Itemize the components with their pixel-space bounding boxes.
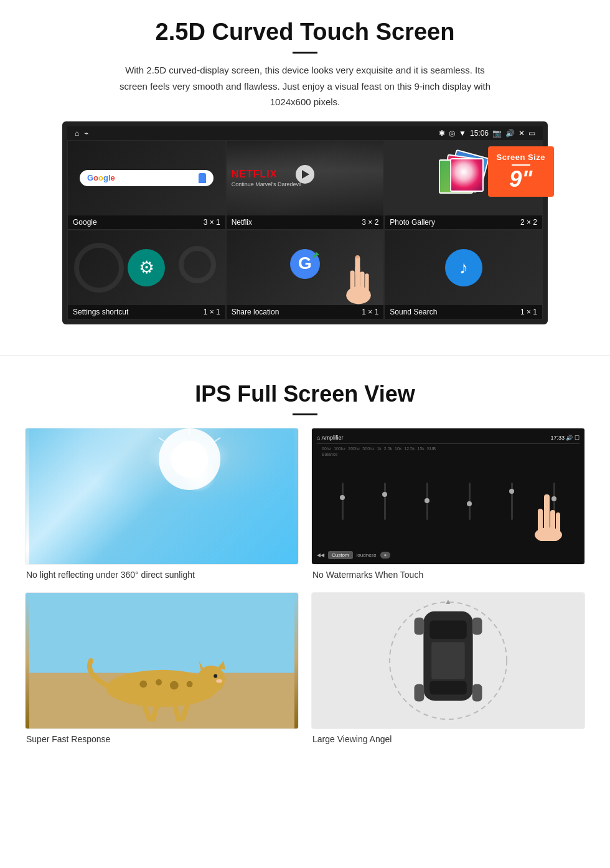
sun-flare bbox=[179, 455, 217, 493]
svg-text:▲: ▲ bbox=[444, 597, 452, 605]
hand-svg bbox=[337, 246, 380, 305]
slider-3 bbox=[408, 483, 446, 520]
slider-track-5 bbox=[511, 483, 513, 520]
google-search-bar: Google bbox=[80, 170, 214, 186]
freq-labels: 60hz100hz200hz500hz1k2.5k10k12.5k15kSUB bbox=[317, 446, 580, 451]
slider-track-4 bbox=[469, 483, 471, 520]
hand-graphic bbox=[334, 243, 383, 305]
slider-4 bbox=[450, 483, 489, 520]
device-mockup: Screen Size 9" ⌂ ⌁ ✱ ◎ ▼ 15:06 📷 🔊 ✕ bbox=[62, 121, 548, 324]
app-cell-sound[interactable]: ♪ Sound Search 1 × 1 bbox=[384, 230, 543, 319]
settings-app-inner: ⚙ bbox=[68, 230, 225, 305]
svg-point-33 bbox=[216, 679, 222, 682]
device-screen: ⌂ ⌁ ✱ ◎ ▼ 15:06 📷 🔊 ✕ ▭ bbox=[62, 121, 548, 324]
gallery-app-name: Photo Gallery bbox=[390, 218, 435, 227]
svg-rect-18 bbox=[538, 509, 543, 532]
section1-touch-screen: 2.5D Curved Touch Screen With 2.5D curve… bbox=[0, 0, 610, 337]
amplifier-label: No Watermarks When Touch bbox=[311, 570, 585, 580]
svg-point-34 bbox=[214, 674, 217, 677]
play-triangle-icon bbox=[302, 170, 309, 179]
status-time: 15:06 bbox=[470, 129, 489, 138]
slider-2 bbox=[365, 483, 404, 520]
google-label-row: Google 3 × 1 bbox=[68, 215, 225, 229]
slider-5 bbox=[492, 483, 531, 520]
slider-track-1 bbox=[342, 483, 344, 520]
slider-thumb-3 bbox=[425, 498, 429, 503]
section1-title: 2.5D Curved Touch Screen bbox=[37, 19, 573, 45]
google-app-name: Google bbox=[73, 218, 97, 227]
maps-label-row: Share location 1 × 1 bbox=[227, 305, 384, 319]
netflix-app-inner: NETFLIX Continue Marvel's Daredevil bbox=[227, 141, 384, 215]
netflix-play-button[interactable] bbox=[296, 165, 314, 184]
section2-ips: IPS Full Screen View bbox=[0, 375, 610, 757]
sunlight-image bbox=[25, 428, 299, 565]
amplifier-image: ⌂ Amplifier 17:33 🔊 ☐ 60hz100hz200hz500h… bbox=[311, 428, 585, 565]
maps-svg-icon: G bbox=[289, 248, 321, 280]
cheetah-svg bbox=[26, 593, 298, 729]
amp-time: 17:33 🔊 ☐ bbox=[550, 435, 580, 441]
netflix-app-size: 3 × 2 bbox=[362, 218, 378, 227]
bg-circle-1 bbox=[74, 243, 124, 293]
amp-hand bbox=[532, 491, 566, 545]
svg-point-28 bbox=[187, 681, 193, 687]
app-cell-google[interactable]: Google Google 3 × 1 bbox=[67, 140, 226, 230]
window-icon: ▭ bbox=[528, 129, 535, 138]
svg-rect-8 bbox=[355, 255, 360, 275]
slider-1 bbox=[323, 483, 362, 520]
amp-toggle[interactable]: ● bbox=[380, 552, 391, 559]
volume-icon: 🔊 bbox=[505, 129, 515, 138]
amp-hand-svg bbox=[532, 491, 566, 541]
svg-rect-6 bbox=[360, 271, 365, 291]
settings-app-size: 1 × 1 bbox=[204, 308, 220, 316]
cheetah-bg bbox=[26, 593, 298, 729]
app-grid-row2: ⚙ Settings shortcut 1 × 1 bbox=[67, 230, 543, 319]
sound-app-name: Sound Search bbox=[390, 308, 437, 316]
feature-image-grid: No light reflecting under 360° direct su… bbox=[25, 428, 585, 744]
svg-rect-22 bbox=[29, 593, 294, 673]
svg-point-30 bbox=[197, 665, 225, 692]
section-divider bbox=[0, 356, 610, 356]
wifi-icon: ▼ bbox=[459, 129, 466, 138]
svg-rect-43 bbox=[431, 642, 465, 679]
location-icon: ◎ bbox=[449, 129, 455, 138]
amp-custom-button[interactable]: Custom bbox=[328, 551, 353, 559]
badge-size: 9" bbox=[497, 168, 546, 191]
amp-bg: ⌂ Amplifier 17:33 🔊 ☐ 60hz100hz200hz500h… bbox=[312, 428, 584, 564]
svg-rect-19 bbox=[550, 510, 555, 532]
usb-icon: ⌁ bbox=[84, 129, 88, 138]
gallery-app-size: 2 × 2 bbox=[520, 218, 537, 227]
svg-point-27 bbox=[170, 681, 179, 689]
app-cell-maps[interactable]: G bbox=[226, 230, 385, 319]
slider-thumb-5 bbox=[509, 489, 514, 494]
section2-divider bbox=[293, 413, 317, 415]
app-cell-settings[interactable]: ⚙ Settings shortcut 1 × 1 bbox=[67, 230, 226, 319]
amp-back-icon: ◀◀ bbox=[317, 552, 324, 558]
amp-footer: ◀◀ Custom loudness ● bbox=[317, 551, 580, 559]
section2-title: IPS Full Screen View bbox=[25, 381, 585, 407]
feature-car: ▲ Large Viewing Angel bbox=[311, 592, 585, 744]
maps-app-inner: G bbox=[227, 230, 384, 305]
svg-rect-45 bbox=[415, 617, 425, 634]
amp-header: ⌂ Amplifier 17:33 🔊 ☐ bbox=[317, 433, 580, 444]
car-bg: ▲ bbox=[312, 593, 584, 729]
netflix-label-row: Netflix 3 × 2 bbox=[227, 215, 384, 229]
svg-rect-21 bbox=[544, 494, 550, 513]
status-bar-right: ✱ ◎ ▼ 15:06 📷 🔊 ✕ ▭ bbox=[439, 129, 535, 138]
netflix-app-name: Netflix bbox=[232, 218, 252, 227]
google-mic-icon bbox=[199, 173, 206, 183]
status-bar: ⌂ ⌁ ✱ ◎ ▼ 15:06 📷 🔊 ✕ ▭ bbox=[67, 126, 543, 140]
app-cell-netflix[interactable]: NETFLIX Continue Marvel's Daredevil Netf… bbox=[226, 140, 385, 230]
gallery-label-row: Photo Gallery 2 × 2 bbox=[385, 215, 542, 229]
google-app-size: 3 × 1 bbox=[204, 218, 220, 227]
svg-point-9 bbox=[356, 255, 360, 258]
amp-labels: Balance bbox=[317, 451, 580, 458]
svg-marker-2 bbox=[316, 252, 319, 256]
camera-icon: 📷 bbox=[492, 129, 502, 138]
car-svg: ▲ bbox=[312, 593, 584, 729]
sunlight-svg bbox=[26, 428, 298, 564]
slider-thumb-4 bbox=[467, 501, 472, 506]
svg-rect-7 bbox=[365, 273, 369, 291]
google-app-inner: Google bbox=[68, 141, 225, 215]
feature-amplifier: ⌂ Amplifier 17:33 🔊 ☐ 60hz100hz200hz500h… bbox=[311, 428, 585, 580]
slider-thumb-1 bbox=[340, 495, 345, 500]
